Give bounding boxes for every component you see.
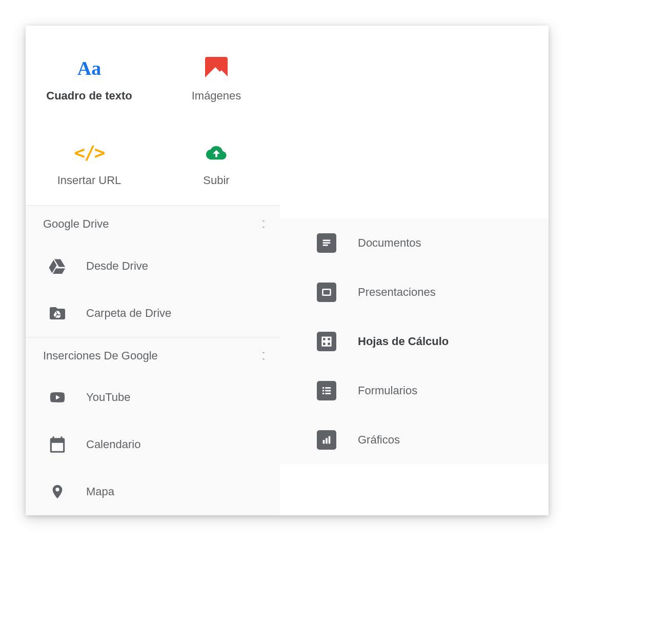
submenu-docs-label: Documentos <box>358 236 421 250</box>
submenu-docs[interactable]: Documentos <box>280 218 549 268</box>
svg-rect-1 <box>323 289 331 295</box>
section-google-inserts-title: Inserciones De Google <box>43 349 158 363</box>
item-calendar[interactable]: Calendario <box>26 421 280 468</box>
insert-url[interactable]: </> Insertar URL <box>26 120 153 205</box>
code-icon: </> <box>74 139 104 167</box>
insert-textbox-label: Cuadro de texto <box>46 89 132 103</box>
item-from-drive[interactable]: Desde Drive <box>26 243 280 290</box>
insert-type-grid: Aa Cuadro de texto Imágenes </> Insertar… <box>26 26 549 205</box>
drive-icon <box>43 252 72 280</box>
item-drive-folder[interactable]: Carpeta de Drive <box>26 290 280 337</box>
submenu-slides[interactable]: Presentaciones <box>280 268 549 317</box>
svg-rect-0 <box>53 446 57 450</box>
insert-panel: Aa Cuadro de texto Imágenes </> Insertar… <box>26 26 549 515</box>
submenu-sheets[interactable]: Hojas de Cálculo <box>280 317 549 366</box>
insert-upload-label: Subir <box>203 174 229 187</box>
calendar-icon <box>43 430 72 459</box>
svg-rect-3 <box>325 387 331 389</box>
section-google-drive-title: Google Drive <box>43 217 109 231</box>
submenu-slides-label: Presentaciones <box>358 286 436 299</box>
section-google-inserts: Inserciones De Google YouTube Calendario <box>26 337 280 515</box>
submenu-charts-label: Gráficos <box>358 433 400 447</box>
item-from-drive-label: Desde Drive <box>86 259 148 273</box>
svg-rect-7 <box>325 393 331 394</box>
svg-rect-5 <box>325 390 331 392</box>
item-youtube[interactable]: YouTube <box>26 374 280 421</box>
submenu-forms[interactable]: Formularios <box>280 366 549 415</box>
item-calendar-label: Calendario <box>86 438 140 451</box>
submenu-forms-label: Formularios <box>358 384 417 397</box>
submenu-sheets-label: Hojas de Cálculo <box>358 335 449 348</box>
docs-icon <box>315 231 338 255</box>
youtube-icon <box>43 383 72 412</box>
insert-images-label: Imágenes <box>192 89 241 103</box>
insert-images[interactable]: Imágenes <box>153 36 280 120</box>
forms-icon <box>315 379 338 402</box>
item-map-label: Mapa <box>86 485 114 498</box>
drive-folder-icon <box>43 299 72 328</box>
cloud-upload-icon <box>204 139 229 167</box>
section-google-drive: Google Drive Desde Drive Carpeta de Driv… <box>26 206 280 337</box>
svg-point-6 <box>322 393 325 395</box>
submenu-charts[interactable]: Gráficos <box>280 415 549 465</box>
item-drive-folder-label: Carpeta de Drive <box>86 307 171 320</box>
drive-submenu: Documentos Presentaciones Hojas de Cálcu… <box>280 218 549 465</box>
item-youtube-label: YouTube <box>86 391 130 404</box>
svg-point-4 <box>322 390 325 392</box>
section-google-drive-header[interactable]: Google Drive <box>26 206 280 243</box>
collapse-icon <box>258 218 269 230</box>
chart-icon <box>315 428 338 452</box>
insert-textbox[interactable]: Aa Cuadro de texto <box>26 36 153 120</box>
svg-rect-9 <box>326 438 328 444</box>
svg-rect-10 <box>329 436 331 444</box>
slides-icon <box>315 280 338 304</box>
map-pin-icon <box>43 477 72 506</box>
image-icon <box>205 54 228 82</box>
item-map[interactable]: Mapa <box>26 468 280 515</box>
textbox-icon: Aa <box>77 54 101 82</box>
section-google-inserts-header[interactable]: Inserciones De Google <box>26 337 280 374</box>
insert-sections: Google Drive Desde Drive Carpeta de Driv… <box>26 205 280 515</box>
sheets-icon <box>315 330 338 353</box>
svg-rect-8 <box>323 440 325 444</box>
insert-upload[interactable]: Subir <box>153 120 280 205</box>
collapse-icon <box>258 350 269 362</box>
svg-point-2 <box>322 387 325 389</box>
insert-url-label: Insertar URL <box>57 174 121 187</box>
